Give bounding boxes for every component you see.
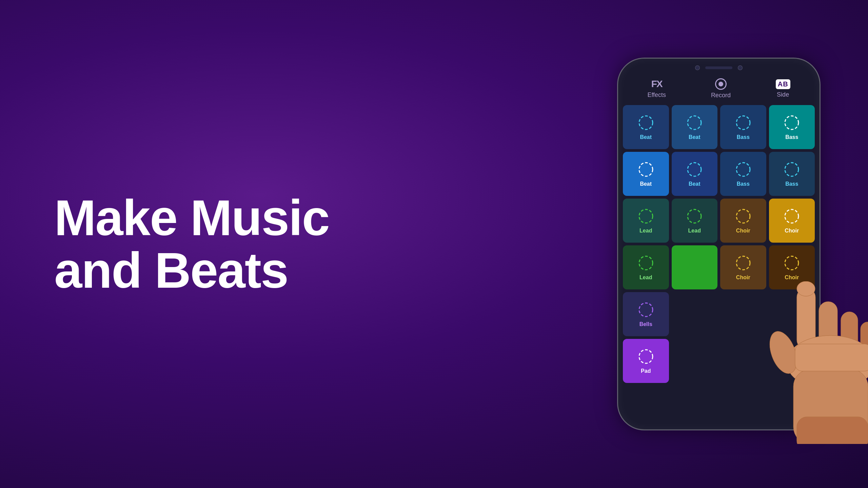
pad-label-bass4: Bass (785, 181, 798, 187)
svg-point-5 (688, 163, 701, 176)
pad-icon-choir2 (783, 207, 801, 225)
svg-point-1 (688, 116, 701, 129)
phone-camera-right (738, 65, 743, 70)
svg-point-3 (785, 116, 798, 129)
pad-label-bass1: Bass (737, 134, 750, 140)
effects-button[interactable]: FX Effects (647, 79, 666, 99)
fx-icon: FX (651, 79, 662, 89)
pad-choir-3[interactable]: Choir (720, 245, 766, 289)
pad-icon-beat2 (686, 114, 703, 131)
app-toolbar: FX Effects Record AB Side (618, 74, 820, 105)
left-section: Make Music and Beats (0, 191, 590, 297)
pad-icon-bells (637, 301, 655, 319)
pad-label-beat3: Beat (640, 181, 652, 187)
svg-point-13 (736, 256, 750, 270)
phone-top (618, 59, 820, 74)
pad-bass-2-active[interactable]: Bass (769, 105, 815, 149)
record-label: Record (711, 92, 731, 99)
pad-icon-beat3 (637, 161, 655, 178)
pad-choir-1[interactable]: Choir (720, 199, 766, 243)
phone-speaker (705, 66, 732, 69)
svg-point-8 (639, 209, 653, 223)
pad-grid-row6: Pad (618, 339, 820, 383)
svg-point-0 (639, 116, 653, 129)
pad-grid-row1: Beat Beat Bass Bass (618, 105, 820, 149)
pad-label-bells: Bells (639, 321, 652, 327)
pad-grid-row5: Bells (618, 292, 820, 336)
headline-line2: and Beats (54, 244, 590, 297)
pad-icon-choir3 (734, 254, 752, 272)
effects-label: Effects (647, 92, 666, 99)
svg-point-14 (785, 256, 798, 270)
pad-grid-row4: Lead Choir Choir (618, 245, 820, 289)
pad-icon-choir1 (734, 207, 752, 225)
side-label: Side (777, 91, 789, 98)
pad-icon-lead1 (637, 207, 655, 225)
pad-icon-bass2 (783, 114, 801, 131)
pad-icon-pad (637, 348, 655, 365)
headline-line1: Make Music (54, 191, 590, 244)
pad-lead-4-pressed[interactable] (672, 245, 718, 289)
pad-label-lead1: Lead (639, 228, 652, 234)
pad-icon-bass3 (734, 161, 752, 178)
svg-rect-18 (819, 302, 837, 356)
pad-label-bass2: Bass (785, 134, 798, 140)
pad-label-pad: Pad (641, 368, 651, 374)
pad-choir-4[interactable]: Choir (769, 245, 815, 289)
record-icon (715, 78, 727, 90)
pad-icon-beat4 (686, 161, 703, 178)
pad-beat-1[interactable]: Beat (623, 105, 669, 149)
svg-rect-19 (841, 312, 858, 359)
side-button[interactable]: AB Side (776, 79, 790, 98)
pad-bells-1[interactable]: Bells (623, 292, 669, 336)
pad-bass-1[interactable]: Bass (720, 105, 766, 149)
pad-bass-3[interactable]: Bass (720, 152, 766, 196)
pad-grid-row2: Beat Beat Bass Bass (618, 152, 820, 196)
pad-label-lead3: Lead (639, 274, 652, 281)
pad-label-choir3: Choir (736, 274, 750, 281)
svg-point-4 (639, 163, 653, 176)
phone-frame: FX Effects Record AB Side Beat (617, 58, 821, 430)
pad-bass-4[interactable]: Bass (769, 152, 815, 196)
pad-label-beat4: Beat (689, 181, 701, 187)
pad-label-choir2: Choir (785, 228, 799, 234)
pad-icon-choir4 (783, 254, 801, 272)
pad-icon-lead2 (686, 207, 703, 225)
svg-point-15 (639, 303, 653, 317)
svg-point-11 (785, 209, 798, 223)
svg-point-9 (688, 209, 701, 223)
pad-icon-beat1 (637, 114, 655, 131)
phone-camera (695, 65, 700, 70)
pad-label-beat2: Beat (689, 134, 701, 140)
svg-point-7 (785, 163, 798, 176)
svg-point-12 (639, 256, 653, 270)
right-section: FX Effects Record AB Side Beat (590, 58, 868, 430)
svg-rect-20 (861, 322, 868, 359)
pad-lead-3[interactable]: Lead (623, 245, 669, 289)
ab-icon: AB (776, 79, 790, 89)
svg-point-6 (736, 163, 750, 176)
pad-lead-1[interactable]: Lead (623, 199, 669, 243)
pad-icon-lead3 (637, 254, 655, 272)
pad-grid-row3: Lead Lead Choir Choir (618, 199, 820, 243)
pad-label-beat1: Beat (640, 134, 652, 140)
pad-label-choir1: Choir (736, 228, 750, 234)
pad-icon-bass4 (783, 161, 801, 178)
svg-point-2 (736, 116, 750, 129)
svg-point-10 (736, 209, 750, 223)
pad-beat-4[interactable]: Beat (672, 152, 718, 196)
pad-label-bass3: Bass (737, 181, 750, 187)
headline: Make Music and Beats (54, 191, 590, 297)
pad-label-lead2: Lead (688, 228, 701, 234)
pad-pad-1[interactable]: Pad (623, 339, 669, 383)
record-button[interactable]: Record (711, 78, 731, 99)
pad-choir-2-active[interactable]: Choir (769, 199, 815, 243)
pad-lead-2[interactable]: Lead (672, 199, 718, 243)
pad-icon-bass1 (734, 114, 752, 131)
svg-point-16 (639, 350, 653, 363)
pad-beat-3-active[interactable]: Beat (623, 152, 669, 196)
pad-label-choir4: Choir (785, 274, 799, 281)
pad-beat-2[interactable]: Beat (672, 105, 718, 149)
